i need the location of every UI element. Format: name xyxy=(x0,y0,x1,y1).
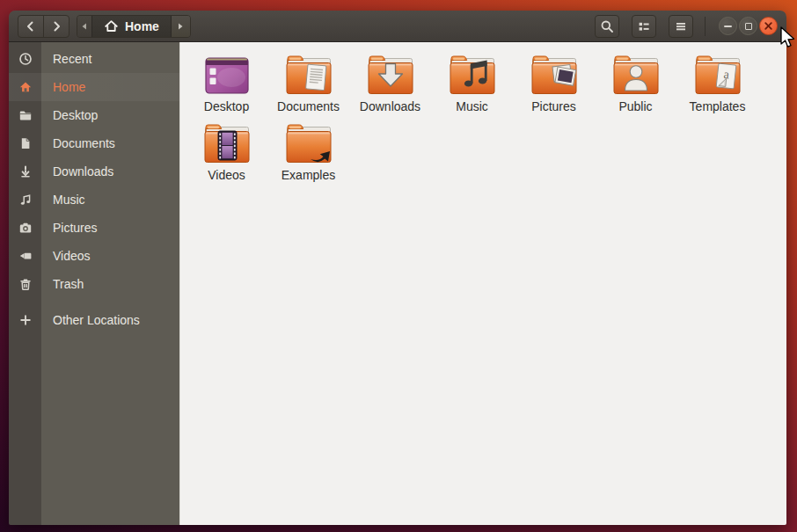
sidebar-item-label: Downloads xyxy=(53,164,113,179)
file-item-label: Pictures xyxy=(531,99,576,113)
search-icon xyxy=(600,19,614,33)
file-item-label: Videos xyxy=(208,168,245,182)
clock-icon xyxy=(9,52,41,66)
file-manager-window: Home Recent xyxy=(9,11,786,525)
file-item-label: Examples xyxy=(282,168,335,182)
sidebar-item-label: Documents xyxy=(53,136,115,150)
download-icon xyxy=(9,164,41,179)
places-sidebar: Recent Home Desktop Documents Downloads … xyxy=(9,42,179,525)
list-view-icon xyxy=(637,19,651,33)
file-item-downloads[interactable]: Downloads xyxy=(349,49,431,118)
sidebar-item-home[interactable]: Home xyxy=(9,73,179,101)
path-scroll-right-icon xyxy=(176,22,185,31)
file-item-documents[interactable]: Documents xyxy=(267,49,349,118)
minimize-icon xyxy=(724,26,732,27)
path-scroll-right-button[interactable] xyxy=(172,16,190,37)
sidebar-item-downloads[interactable]: Downloads xyxy=(9,157,179,186)
file-grid: Desktop Documents xyxy=(179,42,786,525)
headerbar-separator xyxy=(705,17,706,36)
sidebar-item-music[interactable]: Music xyxy=(9,186,179,214)
file-item-desktop[interactable]: Desktop xyxy=(186,49,267,118)
home-icon xyxy=(104,18,119,33)
path-bar: Home xyxy=(77,15,191,38)
close-icon xyxy=(764,21,773,31)
file-item-label: Music xyxy=(456,99,488,113)
camera-icon xyxy=(9,221,41,235)
sidebar-item-label: Trash xyxy=(53,277,84,291)
trash-icon xyxy=(9,277,41,291)
file-item-label: Documents xyxy=(277,99,340,113)
sidebar-item-label: Videos xyxy=(53,249,91,263)
menu-icon xyxy=(674,19,688,33)
sidebar-item-recent[interactable]: Recent xyxy=(9,45,179,73)
pictures-folder-icon xyxy=(529,49,580,97)
desktop-folder-icon xyxy=(201,49,252,97)
document-icon xyxy=(9,136,41,150)
headerbar-actions xyxy=(582,15,778,38)
folder-icon xyxy=(9,108,41,122)
sidebar-item-videos[interactable]: Videos xyxy=(9,242,179,270)
music-folder-icon xyxy=(447,49,498,97)
videos-folder-icon xyxy=(201,118,252,165)
navigation-buttons xyxy=(18,15,69,38)
examples-folder-icon xyxy=(283,118,334,165)
path-scroll-left-icon xyxy=(80,22,89,31)
documents-folder-icon xyxy=(283,49,334,97)
path-current-label: Home xyxy=(125,19,159,33)
file-item-pictures[interactable]: Pictures xyxy=(513,49,595,118)
templates-folder-icon: a xyxy=(692,49,743,97)
view-options-button[interactable] xyxy=(632,15,656,38)
maximize-icon xyxy=(745,23,752,30)
file-item-examples[interactable]: Examples xyxy=(267,118,349,186)
sidebar-item-pictures[interactable]: Pictures xyxy=(9,214,179,242)
sidebar-item-label: Home xyxy=(53,80,85,94)
file-item-music[interactable]: Music xyxy=(431,49,513,118)
search-button[interactable] xyxy=(595,15,619,38)
plus-icon xyxy=(9,313,41,327)
path-current-location[interactable]: Home xyxy=(91,16,172,37)
back-icon xyxy=(24,19,38,33)
downloads-folder-icon xyxy=(365,49,416,97)
sidebar-item-label: Pictures xyxy=(53,221,98,235)
video-icon xyxy=(9,249,41,263)
file-item-label: Downloads xyxy=(360,99,420,113)
sidebar-item-other-locations[interactable]: Other Locations xyxy=(9,306,179,334)
file-item-public[interactable]: Public xyxy=(595,49,676,118)
maximize-button[interactable] xyxy=(739,17,757,35)
back-button[interactable] xyxy=(18,15,44,38)
desktop-wallpaper: { "window": { "pathbar": { "current_loca… xyxy=(0,0,797,532)
sidebar-item-label: Music xyxy=(53,193,85,207)
sidebar-item-label: Desktop xyxy=(53,108,98,122)
music-icon xyxy=(9,193,41,207)
sidebar-item-label: Recent xyxy=(53,52,91,66)
close-button[interactable] xyxy=(759,17,778,35)
window-body: Recent Home Desktop Documents Downloads … xyxy=(9,42,786,525)
sidebar-item-trash[interactable]: Trash xyxy=(9,270,179,298)
forward-button[interactable] xyxy=(43,15,69,38)
file-item-label: Desktop xyxy=(204,99,249,113)
sidebar-item-desktop[interactable]: Desktop xyxy=(9,101,179,129)
path-scroll-left-button[interactable] xyxy=(77,16,91,37)
file-item-templates[interactable]: a Templates xyxy=(676,49,758,118)
file-item-videos[interactable]: Videos xyxy=(186,118,267,186)
headerbar: Home xyxy=(9,11,786,42)
file-item-label: Public xyxy=(618,99,652,113)
sidebar-item-label: Other Locations xyxy=(53,313,140,327)
menu-button[interactable] xyxy=(669,15,693,38)
minimize-button[interactable] xyxy=(719,17,737,35)
public-folder-icon xyxy=(611,49,662,97)
home-icon xyxy=(9,80,41,94)
sidebar-item-documents[interactable]: Documents xyxy=(9,129,179,157)
forward-icon xyxy=(49,19,63,33)
file-item-label: Templates xyxy=(690,99,746,113)
